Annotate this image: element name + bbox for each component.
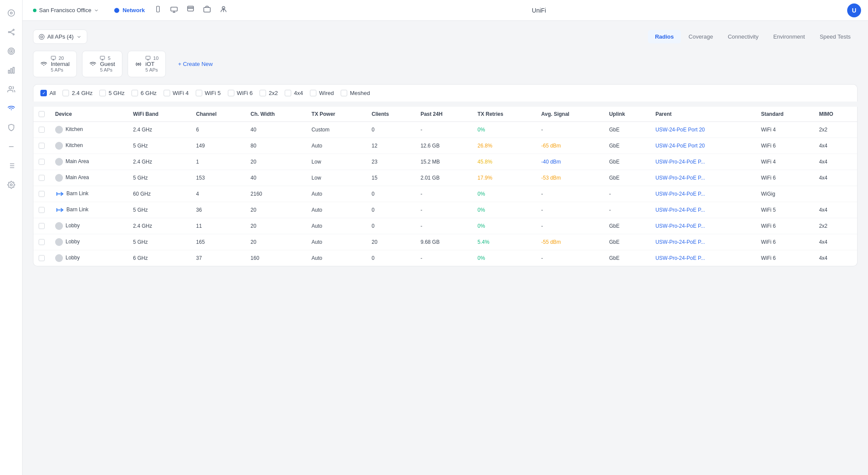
user-avatar[interactable]: U (847, 3, 861, 17)
tx-retries-value: 0% (477, 255, 485, 261)
filter-wired[interactable]: Wired (310, 90, 334, 96)
network-badge-iot[interactable]: 10 iOT 5 APs (128, 51, 166, 77)
filter-wifi4[interactable]: WiFi 4 (164, 90, 189, 96)
cell-ch-width: 40 (245, 170, 306, 186)
cell-wifi-band: 2.4 GHz (128, 154, 191, 170)
cell-clients: 0 (366, 186, 415, 202)
row-checkbox[interactable] (39, 207, 45, 213)
filter-6ghz-checkbox[interactable] (132, 90, 138, 96)
nav-icon-device5[interactable] (216, 3, 231, 17)
nav-icon-device4[interactable] (200, 3, 214, 17)
parent-link[interactable]: USW-Pro-24-PoE P... (655, 159, 705, 165)
tab-environment[interactable]: Environment (766, 30, 812, 43)
table-row: Main Area2.4 GHz120Low2315.2 MB45.8%-40 … (33, 154, 857, 170)
nav-icon-device2[interactable] (167, 3, 181, 17)
filter-all[interactable]: ✓ All (40, 90, 56, 96)
network-badge-guest[interactable]: 5 Guest 5 APs (82, 51, 122, 77)
sidebar-icon-target[interactable] (3, 43, 19, 59)
cell-mimo: 2x2 (814, 218, 857, 234)
cell-wifi-band: 60 GHz (128, 186, 191, 202)
row-checkbox[interactable] (39, 175, 45, 181)
sidebar-icon-minus[interactable] (3, 139, 19, 154)
device-name: Barn Link (66, 206, 89, 213)
filter-wifi6-checkbox[interactable] (228, 90, 234, 96)
row-checkbox[interactable] (39, 127, 45, 133)
guest-wifi-icon (89, 61, 96, 68)
cell-standard: WiFi 5 (756, 202, 814, 218)
sidebar-icon-topology[interactable] (3, 24, 19, 40)
row-checkbox[interactable] (39, 255, 45, 261)
filter-2.4ghz[interactable]: 2.4 GHz (62, 90, 92, 96)
nav-item-network[interactable]: Network (109, 4, 149, 16)
row-checkbox[interactable] (39, 191, 45, 197)
sidebar-icon-wifi[interactable] (3, 101, 19, 116)
sidebar-icon-people[interactable] (3, 82, 19, 97)
cell-clients: 0 (366, 218, 415, 234)
svg-point-0 (8, 10, 14, 16)
row-checkbox[interactable] (39, 223, 45, 229)
parent-link[interactable]: USW-Pro-24-PoE P... (655, 191, 705, 197)
filter-6ghz[interactable]: 6 GHz (132, 90, 157, 96)
parent-link[interactable]: USW-24-PoE Port 20 (655, 143, 705, 149)
table-body: Kitchen2.4 GHz640Custom0-0%-GbEUSW-24-Po… (33, 122, 857, 266)
tab-connectivity[interactable]: Connectivity (721, 30, 766, 43)
sidebar-icon-list[interactable] (3, 158, 19, 174)
filter-meshed-checkbox[interactable] (341, 90, 347, 96)
parent-link[interactable]: USW-Pro-24-PoE P... (655, 207, 705, 213)
filter-5ghz-checkbox[interactable] (99, 90, 106, 96)
filter-wired-checkbox[interactable] (310, 90, 316, 96)
sidebar-icon-location[interactable] (3, 5, 19, 21)
parent-link[interactable]: USW-Pro-24-PoE P... (655, 175, 705, 181)
ap-selector[interactable]: All APs (4) (33, 29, 87, 44)
site-selector[interactable]: San Francisco Office (30, 5, 102, 15)
cell-past-24h: - (415, 202, 472, 218)
sidebar-icon-shield[interactable] (3, 120, 19, 135)
parent-link[interactable]: USW-24-PoE Port 20 (655, 127, 705, 133)
header-checkbox[interactable] (39, 111, 45, 117)
filter-4x4-checkbox[interactable] (285, 90, 291, 96)
filter-wifi5-checkbox[interactable] (196, 90, 202, 96)
row-checkbox[interactable] (39, 159, 45, 165)
tx-retries-value: 45.8% (477, 159, 492, 165)
cell-tx-retries: 0% (472, 122, 536, 138)
main-content: San Francisco Office Network (23, 0, 868, 475)
sidebar-icon-gear[interactable] (3, 177, 19, 193)
create-new-button[interactable]: + Create New (171, 56, 220, 72)
filter-2.4ghz-checkbox[interactable] (62, 90, 69, 96)
row-checkbox[interactable] (39, 239, 45, 245)
filter-wifi5[interactable]: WiFi 5 (196, 90, 221, 96)
cell-ch-width: 20 (245, 234, 306, 250)
filter-all-checkbox[interactable]: ✓ (40, 90, 47, 96)
cell-avg-signal: -53 dBm (536, 170, 604, 186)
nav-icon-device3[interactable] (183, 3, 198, 17)
sidebar-icon-chart[interactable] (3, 62, 19, 78)
cell-clients: 0 (366, 250, 415, 266)
cell-avg-signal: - (536, 202, 604, 218)
cell-mimo: 4x4 (814, 202, 857, 218)
filter-4x4[interactable]: 4x4 (285, 90, 303, 96)
svg-point-35 (39, 34, 44, 39)
nav-icon-device1[interactable] (151, 3, 165, 17)
cell-parent: USW-Pro-24-PoE P... (650, 218, 756, 234)
filter-wifi6-label: WiFi 6 (237, 90, 253, 96)
filter-2x2[interactable]: 2x2 (260, 90, 278, 96)
cell-uplink: GbE (604, 234, 650, 250)
device-icon (55, 126, 63, 134)
row-checkbox[interactable] (39, 143, 45, 149)
parent-link[interactable]: USW-Pro-24-PoE P... (655, 255, 705, 261)
filter-2x2-checkbox[interactable] (260, 90, 266, 96)
internal-sub: 5 APs (51, 67, 69, 72)
parent-link[interactable]: USW-Pro-24-PoE P... (655, 239, 705, 245)
network-badge-internal[interactable]: 20 Internal 5 APs (33, 51, 77, 77)
filter-row: ✓ All 2.4 GHz 5 GHz 6 GHz WiFi 4 WiFi (33, 84, 858, 102)
tab-radios[interactable]: Radios (648, 30, 681, 43)
filter-5ghz[interactable]: 5 GHz (99, 90, 125, 96)
tab-coverage[interactable]: Coverage (682, 30, 720, 43)
filter-wifi6[interactable]: WiFi 6 (228, 90, 253, 96)
parent-link[interactable]: USW-Pro-24-PoE P... (655, 223, 705, 229)
filter-wifi4-checkbox[interactable] (164, 90, 170, 96)
filter-meshed[interactable]: Meshed (341, 90, 370, 96)
tab-speed-tests[interactable]: Speed Tests (813, 30, 858, 43)
svg-point-13 (9, 86, 11, 89)
device-icon (55, 142, 63, 150)
